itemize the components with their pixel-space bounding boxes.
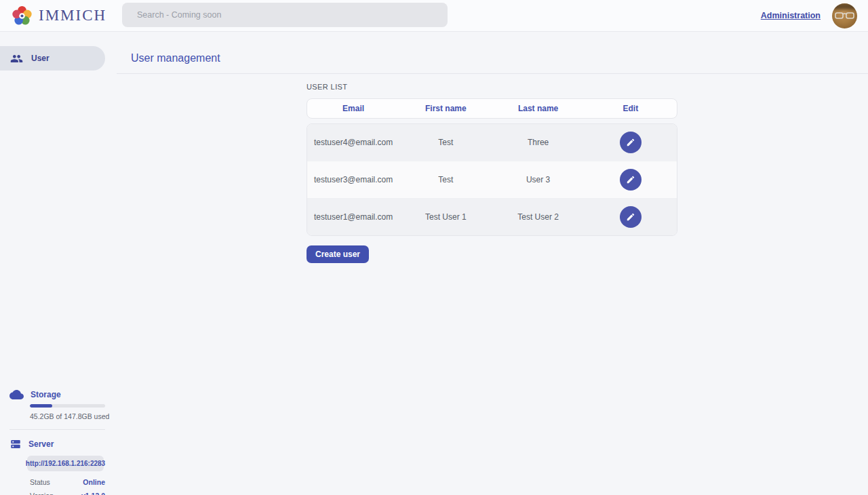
brand-wordmark: IMMICH [39, 7, 106, 24]
search-input[interactable] [122, 3, 448, 27]
server-url-badge: http://192.168.1.216:2283 [27, 456, 104, 471]
page-title-row: User management [117, 32, 868, 74]
edit-user-button[interactable] [620, 132, 642, 153]
server-icon [9, 438, 22, 450]
server-section-header: Server [0, 438, 117, 450]
storage-progress-track [30, 404, 105, 408]
email-cell: testuser4@email.com [307, 138, 399, 147]
edit-user-button[interactable] [620, 169, 642, 191]
server-title: Server [28, 439, 54, 449]
server-url: http://192.168.1.216:2283 [26, 460, 105, 467]
column-header-edit: Edit [585, 104, 677, 113]
sidebar-item-user[interactable]: User [0, 46, 105, 71]
last-name-cell: User 3 [492, 175, 585, 184]
immich-flower-icon [11, 5, 33, 27]
edit-user-button[interactable] [620, 206, 642, 228]
sidebar-item-user-label: User [31, 54, 50, 63]
pencil-icon [626, 175, 635, 184]
user-avatar[interactable] [832, 3, 857, 28]
status-value: Online [83, 478, 105, 486]
column-header-first-name: First name [399, 104, 492, 113]
sidebar: User Storage 45.2GB of 147.8GB used [0, 32, 117, 495]
server-version-row: Version v1.12.0 [30, 492, 105, 495]
sidebar-status-panel: Storage 45.2GB of 147.8GB used Server ht… [0, 389, 117, 495]
top-bar: IMMICH Administration [0, 0, 868, 32]
table-row: testuser4@email.com Test Three [307, 124, 677, 161]
table-row: testuser1@email.com Test User 1 Test Use… [307, 198, 677, 235]
user-table-header: Email First name Last name Edit [307, 98, 677, 119]
column-header-email: Email [307, 104, 399, 113]
main-panel: User management USER LIST Email First na… [117, 32, 868, 495]
table-row: testuser3@email.com Test User 3 [307, 161, 677, 199]
first-name-cell: Test [399, 138, 492, 147]
last-name-cell: Test User 2 [492, 212, 585, 222]
version-label: Version [30, 492, 54, 495]
first-name-cell: Test User 1 [399, 212, 492, 222]
last-name-cell: Three [492, 138, 585, 147]
status-label: Status [30, 478, 50, 486]
administration-link[interactable]: Administration [761, 11, 821, 20]
version-value: v1.12.0 [81, 492, 105, 495]
cloud-icon [9, 389, 24, 399]
column-header-last-name: Last name [492, 104, 585, 113]
storage-usage-text: 45.2GB of 147.8GB used [30, 412, 117, 420]
pencil-icon [626, 138, 635, 147]
pencil-icon [626, 212, 635, 222]
search-bar[interactable] [122, 3, 448, 27]
server-status-row: Status Online [30, 478, 105, 486]
sidebar-divider [9, 429, 105, 430]
user-table: testuser4@email.com Test Three testuser3… [307, 123, 677, 236]
glasses-icon [835, 11, 854, 20]
page-title: User management [131, 52, 220, 64]
storage-section-header: Storage [0, 389, 117, 399]
users-icon [10, 52, 23, 65]
storage-progress-fill [30, 404, 52, 408]
user-list-label: USER LIST [307, 83, 677, 91]
storage-title: Storage [31, 390, 61, 399]
email-cell: testuser3@email.com [307, 175, 399, 184]
email-cell: testuser1@email.com [307, 212, 399, 222]
first-name-cell: Test [399, 175, 492, 184]
create-user-button[interactable]: Create user [307, 245, 369, 263]
app-logo: IMMICH [11, 5, 106, 27]
